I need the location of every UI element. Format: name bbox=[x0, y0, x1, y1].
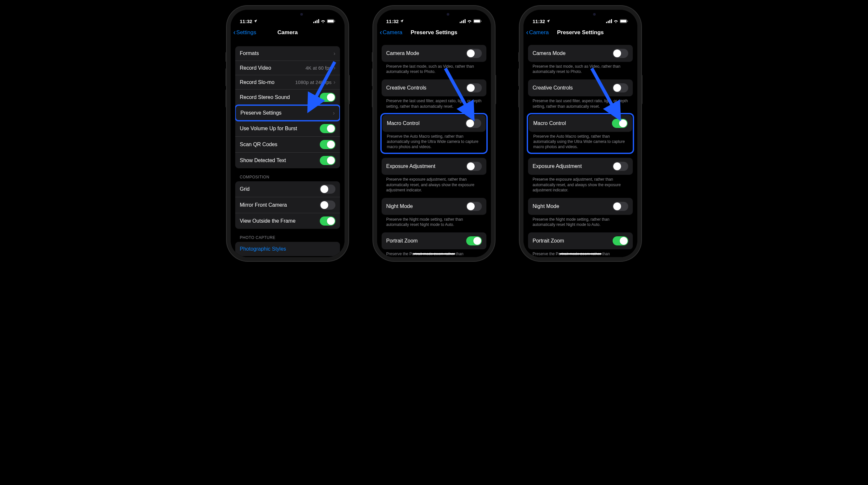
row-camera-mode[interactable]: Camera Mode bbox=[528, 45, 633, 62]
row-label: Preserve Settings bbox=[241, 110, 333, 116]
row-mirror-front-camera[interactable]: Mirror Front Camera bbox=[235, 197, 340, 213]
row-show-detected-text[interactable]: Show Detected Text bbox=[235, 152, 340, 168]
content[interactable]: Camera ModePreserve the last mode, such … bbox=[524, 40, 637, 257]
row-exposure-adjustment[interactable]: Exposure Adjustment bbox=[528, 158, 633, 175]
item-night-mode: Night ModePreserve the Night mode settin… bbox=[528, 198, 633, 227]
back-button[interactable]: ‹ Settings bbox=[233, 28, 256, 37]
row-formats[interactable]: Formats› bbox=[235, 46, 340, 61]
toggle-exposure-adjustment[interactable] bbox=[613, 162, 628, 171]
notch bbox=[263, 10, 312, 19]
toggle-scan-qr-codes[interactable] bbox=[320, 140, 335, 149]
svg-rect-12 bbox=[465, 19, 466, 23]
toggle-mirror-front-camera[interactable] bbox=[320, 201, 335, 210]
row-macro-control[interactable]: Macro Control bbox=[382, 115, 486, 132]
row-creative-controls[interactable]: Creative Controls bbox=[528, 80, 633, 96]
section-footer: Personalize the look of your photos by b… bbox=[235, 256, 340, 257]
row-record-video[interactable]: Record Video4K at 60 fps› bbox=[235, 61, 340, 75]
highlight-preserve-settings: Preserve Settings› bbox=[235, 104, 340, 121]
row-record-slo-mo[interactable]: Record Slo-mo1080p at 240 fps› bbox=[235, 75, 340, 89]
cellular-icon bbox=[313, 19, 319, 24]
wifi-icon bbox=[613, 19, 618, 24]
toggle-camera-mode[interactable] bbox=[613, 49, 628, 58]
row-portrait-zoom[interactable]: Portrait Zoom bbox=[528, 233, 633, 249]
row-label: Record Stereo Sound bbox=[240, 94, 320, 100]
svg-rect-24 bbox=[627, 21, 628, 22]
row-label: Macro Control bbox=[533, 120, 566, 126]
row-preserve-settings[interactable]: Preserve Settings› bbox=[236, 106, 339, 120]
toggle-portrait-zoom[interactable] bbox=[466, 236, 482, 245]
back-button[interactable]: ‹ Camera bbox=[526, 28, 549, 37]
row-night-mode[interactable]: Night Mode bbox=[528, 198, 633, 215]
highlight-macro-control: Macro ControlPreserve the Auto Macro set… bbox=[380, 113, 488, 154]
back-button[interactable]: ‹ Camera bbox=[380, 28, 402, 37]
toggle-camera-mode[interactable] bbox=[466, 49, 482, 58]
cellular-icon bbox=[460, 19, 466, 24]
toggle-night-mode[interactable] bbox=[613, 202, 628, 211]
svg-rect-9 bbox=[460, 22, 461, 23]
power-button bbox=[495, 75, 496, 104]
row-label: Portrait Zoom bbox=[533, 238, 564, 244]
volume-up-button bbox=[225, 68, 227, 86]
row-view-outside-the-frame[interactable]: View Outside the Frame bbox=[235, 213, 340, 229]
home-indicator[interactable] bbox=[559, 253, 601, 254]
toggle-record-stereo-sound[interactable] bbox=[320, 93, 335, 102]
toggle-exposure-adjustment[interactable] bbox=[466, 162, 482, 171]
row-exposure-adjustment[interactable]: Exposure Adjustment bbox=[382, 158, 486, 175]
svg-rect-1 bbox=[315, 21, 316, 23]
row-camera-mode[interactable]: Camera Mode bbox=[382, 45, 486, 62]
svg-rect-15 bbox=[481, 21, 482, 22]
item-night-mode: Night ModePreserve the Night mode settin… bbox=[382, 198, 486, 227]
content[interactable]: Formats›Record Video4K at 60 fps›Record … bbox=[231, 40, 344, 257]
content[interactable]: Camera ModePreserve the last mode, such … bbox=[377, 40, 491, 257]
volume-up-button bbox=[518, 68, 520, 86]
row-label: Formats bbox=[240, 51, 334, 56]
page-title: Camera bbox=[278, 29, 298, 36]
volume-down-button bbox=[518, 90, 520, 108]
svg-rect-0 bbox=[313, 22, 314, 23]
row-portrait-zoom[interactable]: Portrait Zoom bbox=[382, 233, 486, 249]
chevron-left-icon: ‹ bbox=[380, 28, 382, 37]
row-label: Creative Controls bbox=[386, 85, 427, 91]
toggle-portrait-zoom[interactable] bbox=[613, 236, 628, 245]
toggle-macro-control[interactable] bbox=[612, 119, 627, 128]
toggle-view-outside-the-frame[interactable] bbox=[320, 216, 335, 225]
row-record-stereo-sound[interactable]: Record Stereo Sound bbox=[235, 89, 340, 105]
row-description: Preserve the last mode, such as Video, r… bbox=[528, 62, 633, 74]
location-icon bbox=[253, 19, 257, 24]
back-label: Camera bbox=[382, 29, 402, 36]
row-macro-control[interactable]: Macro Control bbox=[529, 115, 632, 132]
status-time: 11:32 bbox=[533, 19, 545, 24]
toggle-show-detected-text[interactable] bbox=[320, 156, 335, 165]
notch bbox=[556, 10, 605, 19]
row-creative-controls[interactable]: Creative Controls bbox=[382, 80, 486, 96]
power-button bbox=[641, 75, 643, 104]
toggle-macro-control[interactable] bbox=[466, 119, 481, 128]
location-icon bbox=[546, 19, 550, 24]
svg-rect-11 bbox=[463, 20, 464, 24]
back-label: Camera bbox=[529, 29, 549, 36]
toggle-grid[interactable] bbox=[320, 185, 335, 194]
phone-preserve-settings-off: 11:32 ‹ Camera Preserve Settings Camera … bbox=[377, 10, 491, 257]
row-label: Scan QR Codes bbox=[240, 142, 320, 147]
battery-icon bbox=[473, 19, 482, 24]
row-label: Record Video bbox=[240, 65, 306, 71]
row-description: Preserve the last used filter, aspect ra… bbox=[528, 96, 633, 109]
row-night-mode[interactable]: Night Mode bbox=[382, 198, 486, 215]
photographic-styles-link[interactable]: Photographic Styles bbox=[235, 242, 340, 256]
toggle-night-mode[interactable] bbox=[466, 202, 482, 211]
row-label: Use Volume Up for Burst bbox=[240, 126, 320, 131]
toggle-creative-controls[interactable] bbox=[466, 83, 482, 92]
row-scan-qr-codes[interactable]: Scan QR Codes bbox=[235, 137, 340, 152]
toggle-creative-controls[interactable] bbox=[613, 83, 628, 92]
status-time: 11:32 bbox=[240, 19, 252, 24]
row-label: Macro Control bbox=[387, 120, 420, 126]
row-grid[interactable]: Grid bbox=[235, 181, 340, 197]
chevron-left-icon: ‹ bbox=[233, 28, 236, 37]
toggle-use-volume-up-for-burst[interactable] bbox=[320, 124, 335, 133]
row-use-volume-up-for-burst[interactable]: Use Volume Up for Burst bbox=[235, 121, 340, 137]
svg-rect-5 bbox=[328, 20, 334, 23]
row-label: Camera Mode bbox=[386, 51, 419, 56]
home-indicator[interactable] bbox=[413, 253, 455, 254]
svg-rect-14 bbox=[474, 20, 480, 23]
phone-camera-settings: 11:32 ‹ Settings Camera Formats›Record V… bbox=[231, 10, 344, 257]
